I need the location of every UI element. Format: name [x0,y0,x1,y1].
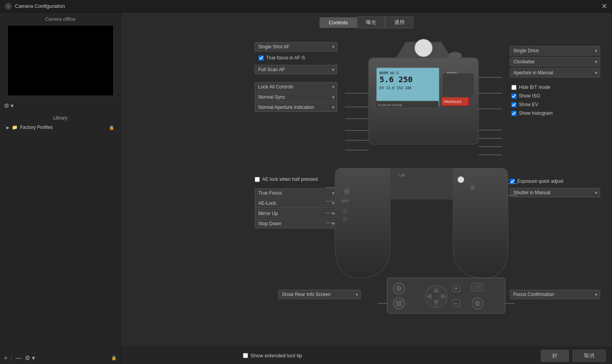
show-histogram-checkbox[interactable] [511,111,516,116]
single-shot-af-select[interactable]: Single Shot AF [255,42,337,51]
ae-lock-half-checkbox[interactable] [255,177,260,182]
svg-point-31 [343,209,347,213]
show-histogram-row: Show histogram [511,110,604,117]
svg-text:LCD: LCD [399,174,405,176]
svg-text:–: – [454,301,457,305]
sidebar-bottom: + | — ⚙ ▾ 🔒 [0,351,121,364]
hide-bt-mode-label: Hide B/T mode [519,85,550,90]
ae-lock-select[interactable]: AE-Lock [255,199,337,208]
stop-down-select[interactable]: Stop Down [255,219,337,228]
svg-point-45 [396,285,402,292]
svg-text:FLASH  AF  ISO/WB: FLASH AF ISO/WB [379,104,402,107]
svg-text:+: + [455,286,457,290]
diagram-wrapper: Single Shot AF True focus in AF-S F [255,34,604,342]
svg-point-1 [7,5,10,8]
close-button[interactable]: ✕ [601,3,607,10]
normal-aperture-select[interactable]: Normal Aperture Indication [255,103,337,112]
camera-top-body: NORM AE-S 5.6 250 EV 13.0 ISO 100 MENU P… [341,34,506,174]
single-shot-af-wrap: Single Shot AF [255,42,337,51]
full-scan-af-item: Full Scan AF [255,65,339,74]
true-focus-afs-label[interactable]: True focus in AF-S [259,54,339,61]
single-drive-select[interactable]: Single Drive [510,46,600,55]
lower-right-controls: Exposure quick adjust Shutter in Manual [510,178,604,199]
svg-text:EV 13.0  ISO 100: EV 13.0 ISO 100 [380,86,412,90]
folder-icon: 📁 [12,125,18,130]
svg-point-29 [344,188,350,195]
tab-exposure[interactable]: 曝光 [357,17,385,28]
bottom-right-section: Focus Confirmation [510,290,604,299]
expand-arrow-icon: ▶ [6,125,9,130]
true-focus-afs-item: True focus in AF-S [255,52,339,63]
camera-lower-svg: LCD [325,168,518,278]
svg-rect-56 [474,285,482,289]
svg-rect-60 [396,300,402,307]
show-ev-checkbox[interactable] [511,102,516,107]
show-ext-tip-label: Show extended tool tip [250,353,302,358]
footer-left: Show extended tool tip [243,347,302,364]
show-iso-row: Show ISO [511,92,604,99]
rear-panel-svg: + – [371,276,522,315]
exposure-quick-adjust-row: Exposure quick adjust [510,178,604,185]
aperture-in-manual-select[interactable]: Aperture in Manual [510,68,600,77]
show-ev-row: Show EV [511,101,604,108]
library-item-factory-profiles[interactable]: ▶ 📁 Factory Profiles 🔒 [4,123,117,132]
settings-icon: ⚙ [25,355,30,361]
clockwise-select[interactable]: Clockwise [510,57,600,66]
bottom-left-section: Show Rear Info Screen [278,290,363,299]
true-focus-afs-checkbox[interactable] [259,55,264,61]
svg-point-37 [458,176,464,183]
show-rear-info-select[interactable]: Show Rear Info Screen [278,290,361,299]
shutter-in-manual-select[interactable]: Shutter in Manual [510,188,600,197]
gear-button[interactable]: ⚙ ▾ [4,102,14,109]
normal-sync-select[interactable]: Normal Sync [255,92,337,102]
lock-all-controls-select[interactable]: Lock All Controls [255,82,337,92]
cancel-button[interactable]: 取消 [573,350,606,362]
gear-chevron: ▾ [11,102,14,109]
camera-top-svg: NORM AE-S 5.6 250 EV 13.0 ISO 100 MENU P… [341,34,506,174]
svg-point-4 [415,39,432,57]
true-focus-select[interactable]: True Focus [255,188,337,198]
camera-status: Camera offline [45,17,76,22]
svg-rect-30 [341,199,349,202]
lock2-icon: 🔒 [111,355,117,360]
svg-point-3 [448,52,462,60]
single-drive-item: Single Drive [510,46,604,55]
mirror-up-select[interactable]: Mirror Up [255,209,337,218]
lock-icon: 🔒 [109,125,114,130]
aperture-in-manual-item: Aperture in Manual [510,68,604,77]
gear-row: ⚙ ▾ [0,100,121,112]
show-iso-checkbox[interactable] [511,94,516,99]
normal-aperture-item: Normal Aperture Indication [255,103,339,112]
full-scan-af-select[interactable]: Full Scan AF [255,65,337,74]
app-icon [5,3,12,10]
shutter-in-manual-item: Shutter in Manual [510,188,604,197]
settings-chevron: ▾ [32,355,35,361]
content-area: Controls 曝光 通用 Single Shot AF [121,13,612,364]
hide-bt-mode-checkbox[interactable] [511,85,516,90]
tab-general[interactable]: 通用 [385,17,414,28]
show-ext-tip-checkbox[interactable] [243,353,248,358]
svg-point-58 [474,300,481,307]
svg-text:PROFILES: PROFILES [444,100,462,104]
show-histogram-label: Show histogram [519,110,553,116]
tabs-row: Controls 曝光 通用 [121,13,612,28]
ok-button[interactable]: 好 [541,350,569,362]
tab-controls[interactable]: Controls [320,17,357,28]
svg-rect-21 [443,74,474,97]
single-shot-af-item: Single Shot AF [255,42,339,51]
true-focus-afs-text: True focus in AF-S [266,55,305,61]
focus-confirmation-select[interactable]: Focus Confirmation [510,290,600,299]
camera-section: Camera offline [0,13,121,100]
camera-preview [7,25,114,96]
bottom-bar: Show extended tool tip 好 取消 [121,347,612,364]
settings-button[interactable]: ⚙ ▾ [25,354,35,362]
camera-lower-body: LCD [325,168,518,278]
window-title: Camera Configuration [15,3,65,9]
exposure-quick-adjust-label: Exposure quick adjust [517,178,563,184]
add-button[interactable]: + [4,355,7,362]
lock-all-controls-item: Lock All Controls [255,82,339,92]
titlebar: Camera Configuration ✕ [0,0,612,13]
minus-button[interactable]: — [15,355,22,362]
normal-sync-item: Normal Sync [255,92,339,102]
rear-panel: + – [371,276,522,315]
